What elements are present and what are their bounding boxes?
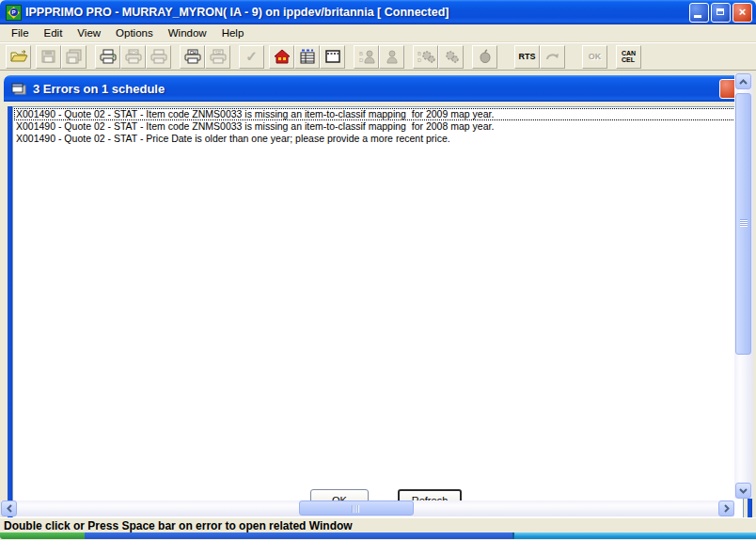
taskbar-window-button[interactable] xyxy=(512,532,756,539)
pepper-icon xyxy=(477,49,494,64)
mdi-client-area: 3 Errors on 1 schedule X001490 - Quote 0… xyxy=(0,71,756,517)
rts-label: RTS xyxy=(519,52,536,61)
status-bar: Double click or Press Space bar on error… xyxy=(0,517,756,532)
open-button[interactable] xyxy=(6,45,31,69)
print-batch-icon xyxy=(150,49,168,64)
validate-button[interactable]: ✓ xyxy=(239,45,264,69)
user-schedule-icon: B D xyxy=(357,49,376,64)
window-form-button[interactable] xyxy=(320,45,345,69)
horizontal-scrollbar[interactable] xyxy=(1,500,734,516)
error-window: 3 Errors on 1 schedule X001490 - Quote 0… xyxy=(4,75,752,517)
taskbar xyxy=(0,532,756,539)
app-window: P IPPPRIMO PRO - MURRAY_MYRON( IA - 9) o… xyxy=(0,0,756,540)
vertical-scroll-thumb[interactable] xyxy=(735,93,751,355)
open-folder-icon xyxy=(9,49,28,64)
menu-help[interactable]: Help xyxy=(214,25,252,40)
print-ch-button[interactable]: CH xyxy=(180,45,205,69)
start-button[interactable] xyxy=(0,532,85,539)
error-window-title-bar: 3 Errors on 1 schedule xyxy=(4,75,752,102)
chevron-down-icon xyxy=(739,488,748,494)
menu-edit[interactable]: Edit xyxy=(37,25,71,40)
minimize-icon xyxy=(694,15,701,18)
user-button[interactable] xyxy=(379,45,404,69)
chevron-left-icon xyxy=(7,504,12,513)
svg-text:D: D xyxy=(359,57,364,63)
gears-schedule-button[interactable]: B D xyxy=(413,45,438,69)
scroll-up-button[interactable] xyxy=(735,73,751,89)
save-button[interactable] xyxy=(36,45,61,69)
minimize-button[interactable] xyxy=(689,3,709,23)
menu-file[interactable]: File xyxy=(4,25,37,40)
title-bar: P IPPPRIMO PRO - MURRAY_MYRON( IA - 9) o… xyxy=(0,0,756,24)
window-form-icon xyxy=(324,49,341,64)
save-all-button[interactable] xyxy=(61,45,87,69)
schedule-grid-button[interactable] xyxy=(294,45,320,69)
svg-text:B: B xyxy=(359,51,363,56)
user-icon xyxy=(384,49,401,64)
toolbar-ok-button[interactable]: OK xyxy=(582,45,607,69)
toolbar: FCH CH SR xyxy=(0,42,756,71)
pepper-button[interactable] xyxy=(472,45,497,69)
error-window-body: X001490 - Quote 02 - STAT - Item code ZN… xyxy=(12,106,744,517)
print-ch-icon: CH xyxy=(183,49,202,64)
close-icon: × xyxy=(733,5,751,19)
user-schedule-button[interactable]: B D xyxy=(354,45,379,69)
scroll-left-button[interactable] xyxy=(1,500,17,516)
error-window-icon xyxy=(9,81,27,96)
print-button[interactable] xyxy=(95,45,120,69)
menu-window[interactable]: Window xyxy=(161,25,214,40)
validate-check-icon: ✓ xyxy=(245,48,258,65)
home-button[interactable] xyxy=(269,45,294,69)
error-window-title: 3 Errors on 1 schedule xyxy=(33,82,165,96)
gears-schedule-icon: B D xyxy=(417,49,435,64)
restore-button[interactable] xyxy=(711,3,731,23)
print-sr-button[interactable]: SR xyxy=(205,45,230,69)
gears-button[interactable] xyxy=(438,45,464,69)
scroll-right-button[interactable] xyxy=(718,500,734,516)
scroll-grip xyxy=(352,505,359,513)
menu-options[interactable]: Options xyxy=(108,25,161,40)
schedule-grid-icon xyxy=(299,49,316,64)
error-list-item[interactable]: X001490 - Quote 02 - STAT - Price Date i… xyxy=(14,133,743,145)
print-sr-icon: SR xyxy=(209,49,228,64)
window-title: IPPPRIMO PRO - MURRAY_MYRON( IA - 9) on … xyxy=(25,6,685,19)
print-fch-icon: FCH xyxy=(124,49,143,64)
restore-icon xyxy=(717,8,724,15)
toolbar-cancel-label: CAN CEL xyxy=(622,50,636,63)
toolbar-ok-label: OK xyxy=(589,52,602,61)
scroll-grip xyxy=(740,219,748,227)
scroll-down-button[interactable] xyxy=(735,483,751,499)
error-list: X001490 - Quote 02 - STAT - Item code ZN… xyxy=(13,107,743,145)
close-button[interactable]: × xyxy=(732,3,752,23)
gears-icon xyxy=(443,49,460,64)
redo-button[interactable] xyxy=(540,45,565,69)
redo-icon xyxy=(544,50,561,63)
status-text: Double click or Press Space bar on error… xyxy=(4,519,353,532)
rts-button[interactable]: RTS xyxy=(514,45,540,69)
print-fch-button[interactable]: FCH xyxy=(120,45,146,69)
error-list-item[interactable]: X001490 - Quote 02 - STAT - Item code ZN… xyxy=(14,108,743,120)
app-logo-icon: P xyxy=(6,5,22,21)
horizontal-scroll-thumb[interactable] xyxy=(299,500,414,516)
svg-text:D: D xyxy=(417,57,422,63)
error-list-item[interactable]: X001490 - Quote 02 - STAT - Item code ZN… xyxy=(14,120,743,133)
chevron-right-icon xyxy=(724,504,730,513)
home-icon xyxy=(274,49,291,64)
svg-text:B: B xyxy=(417,51,421,56)
menu-bar: File Edit View Options Window Help xyxy=(0,24,756,42)
toolbar-cancel-button[interactable]: CAN CEL xyxy=(616,45,641,69)
save-all-icon xyxy=(66,49,83,64)
vertical-scrollbar[interactable] xyxy=(734,73,753,499)
taskbar-strip xyxy=(85,532,512,539)
chevron-up-icon xyxy=(739,79,748,85)
print-icon xyxy=(99,49,118,64)
print-batch-button[interactable] xyxy=(146,45,171,69)
menu-view[interactable]: View xyxy=(70,25,108,40)
save-icon xyxy=(40,49,57,64)
